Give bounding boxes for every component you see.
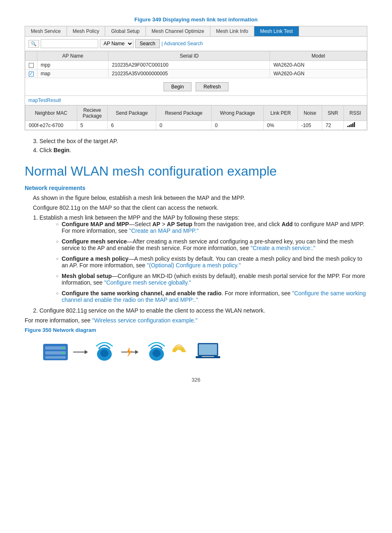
main-step-2: Configure 802.11g service on the MAP to … [39,307,367,314]
tab-mesh-link-info[interactable]: Mesh Link Info [210,26,254,36]
step2-text: Configure 802.11g service on the MAP to … [39,307,265,314]
row1-serial: 210235A29F007C000100 [108,61,270,70]
tab-mesh-channel-optimize[interactable]: Mesh Channel Optimize [146,26,210,36]
more-info-prefix: For more information, see [25,317,92,324]
col-model: Model [270,51,367,61]
col-noise: Noise [298,106,322,121]
svg-point-14 [152,350,161,357]
row1-checkbox[interactable] [25,61,37,70]
more-info-link[interactable]: "Wireless service configuration example.… [92,317,198,324]
mesh-link-test-panel: Mesh Service Mesh Policy Global Setup Me… [25,26,367,130]
step-4-suffix: . [69,147,71,153]
tab-mesh-policy[interactable]: Mesh Policy [67,26,106,36]
signal-bars-icon [347,122,355,127]
svg-point-5 [63,352,65,354]
ap-name-select[interactable]: AP Name [100,39,134,48]
result-rssi [344,121,367,130]
network-requirements-heading: Network requirements [25,185,367,191]
wifi-waves-icon [173,342,191,362]
action-buttons: Begin Refresh [25,78,367,95]
ap-table: AP Name Serial ID Model mpp 210235A29F00… [25,51,367,78]
step1-text: Establish a mesh link between the MPP an… [39,214,240,221]
row2-serial: 210235A35V0000000005 [108,70,270,78]
bullet-item-1: Configure MAP and MPP—Select AP > AP Set… [56,221,367,234]
svg-rect-16 [199,344,217,355]
svg-rect-3 [45,356,66,359]
bullet-list: Configure MAP and MPP—Select AP > AP Set… [56,221,367,303]
network-diagram [41,340,367,364]
result-link-per: 0% [263,121,297,130]
bullet2-link[interactable]: "Create a mesh service:." [251,245,316,251]
row1-ap-name: mpp [37,61,108,70]
refresh-button[interactable]: Refresh [196,82,228,91]
search-button[interactable]: Search [135,39,160,48]
bullet4-bold: Mesh global setup [62,273,112,279]
svg-marker-7 [85,350,88,354]
search-input[interactable] [41,39,98,48]
result-table: Neighbor MAC Recieve Package Send Packag… [25,105,367,130]
result-resend: 0 [156,121,212,130]
svg-point-4 [63,347,65,349]
search-magnifier-icon: 🔍 [28,40,39,48]
step-4-prefix: Click [39,147,53,153]
bullet4-link[interactable]: "Configure mesh service globally." [104,279,191,286]
table-row: mpp 210235A29F007C000100 WA2620-AGN [25,61,367,70]
result-wrong: 0 [211,121,263,130]
result-row: 000f-e27c-6700 5 6 0 0 0% -105 72 [25,121,367,130]
svg-point-9 [100,350,108,357]
result-table-wrapper: Neighbor MAC Recieve Package Send Packag… [25,105,367,130]
mpp-icon [91,340,118,364]
col-rssi: RSSI [344,106,367,121]
col-link-per: Link PER [263,106,297,121]
arrow-lightning-icon [120,346,141,358]
col-serial-id: Serial ID [108,51,270,61]
result-neighbor-mac: 000f-e27c-6700 [25,121,77,130]
bullet-item-5: Configure the same working channel, and … [56,290,367,303]
row2-checkbox[interactable] [25,70,37,78]
intro-text-2: Configure 802.11g on the MAP so that the… [33,204,367,211]
pre-section-steps: Select the box of the target AP. Click B… [39,138,367,153]
figure-349-caption: Figure 349 Displaying mesh link test inf… [25,16,367,23]
bullet3-bold: Configure a mesh policy [62,255,129,262]
laptop-icon [194,340,222,364]
bullet1-bold: Configure MAP and MPP [62,221,129,227]
tab-global-setup[interactable]: Global Setup [105,26,145,36]
row1-model: WA2620-AGN [270,61,367,70]
svg-marker-11 [135,350,138,354]
figure-350-caption: Figure 350 Network diagram [25,327,367,333]
bullet-item-4: Mesh global setup—Configure an MKD-ID (w… [56,273,367,286]
bullet1-link[interactable]: "Create an MAP and MPP." [129,227,198,234]
svg-rect-1 [45,346,66,350]
col-neighbor-mac: Neighbor MAC [25,106,77,121]
col-wrong-pkg: Wrong Package [211,106,263,121]
section-title: Normal WLAN mesh configuration example [25,163,367,179]
col-recieve-pkg: Recieve Package [77,106,108,121]
row2-ap-name: map [37,70,108,78]
advanced-search-link[interactable]: | Advanced Search [161,41,203,46]
bullet3-link[interactable]: "(Optional) Configure a mesh policy." [147,262,241,269]
table-row: map 210235A35V0000000005 WA2620-AGN [25,70,367,78]
row2-model: WA2620-AGN [270,70,367,78]
col-ap-name: AP Name [37,51,108,61]
result-send: 6 [108,121,156,130]
step-4-item: Click Begin. [39,147,367,153]
more-info-text: For more information, see "Wireless serv… [25,317,367,324]
search-bar: 🔍 AP Name Search | Advanced Search [25,37,367,51]
result-noise: -105 [298,121,322,130]
svg-rect-18 [202,356,214,357]
tab-mesh-link-test[interactable]: Mesh Link Test [254,26,299,36]
main-steps-list: Establish a mesh link between the MPP an… [39,214,367,314]
tab-bar: Mesh Service Mesh Policy Global Setup Me… [25,26,367,37]
col-send-pkg: Send Package [108,106,156,121]
begin-button[interactable]: Begin [164,82,192,91]
result-snr: 72 [322,121,344,130]
bullet2-bold: Configure mesh service [62,238,127,245]
bullet-item-3: Configure a mesh policy—A mesh policy ex… [56,255,367,269]
step-3-item: Select the box of the target AP. [39,138,367,144]
step-3-text: Select the box of the target AP. [39,138,118,144]
col-snr: SNR [322,106,344,121]
tab-mesh-service[interactable]: Mesh Service [25,26,67,36]
server-icon [41,340,70,364]
map-icon [143,340,170,364]
result-recieve: 5 [77,121,108,130]
